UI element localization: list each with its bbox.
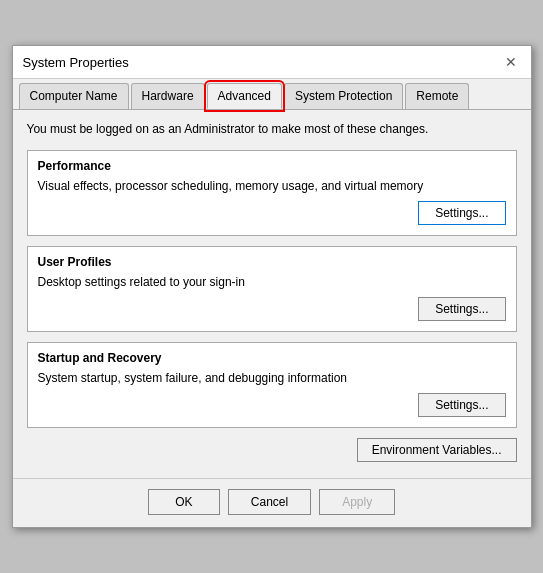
user-profiles-title: User Profiles <box>38 255 506 269</box>
tab-advanced[interactable]: Advanced <box>207 83 282 109</box>
startup-recovery-settings-button[interactable]: Settings... <box>418 393 505 417</box>
window-title: System Properties <box>23 55 129 70</box>
performance-settings-button[interactable]: Settings... <box>418 201 505 225</box>
startup-recovery-title: Startup and Recovery <box>38 351 506 365</box>
tab-computer-name[interactable]: Computer Name <box>19 83 129 109</box>
bottom-buttons: OK Cancel Apply <box>13 478 531 527</box>
system-properties-window: System Properties ✕ Computer Name Hardwa… <box>12 45 532 528</box>
performance-title: Performance <box>38 159 506 173</box>
env-variables-row: Environment Variables... <box>27 438 517 462</box>
performance-desc: Visual effects, processor scheduling, me… <box>38 179 506 193</box>
user-profiles-desc: Desktop settings related to your sign-in <box>38 275 506 289</box>
tab-bar: Computer Name Hardware Advanced System P… <box>13 79 531 110</box>
title-bar: System Properties ✕ <box>13 46 531 79</box>
apply-button[interactable]: Apply <box>319 489 395 515</box>
performance-section: Performance Visual effects, processor sc… <box>27 150 517 236</box>
performance-actions: Settings... <box>38 201 506 225</box>
startup-recovery-section: Startup and Recovery System startup, sys… <box>27 342 517 428</box>
startup-recovery-desc: System startup, system failure, and debu… <box>38 371 506 385</box>
tab-content: You must be logged on as an Administrato… <box>13 110 531 478</box>
tab-system-protection[interactable]: System Protection <box>284 83 403 109</box>
user-profiles-settings-button[interactable]: Settings... <box>418 297 505 321</box>
ok-button[interactable]: OK <box>148 489 220 515</box>
warning-text: You must be logged on as an Administrato… <box>27 122 517 136</box>
close-button[interactable]: ✕ <box>501 52 521 72</box>
startup-recovery-actions: Settings... <box>38 393 506 417</box>
env-variables-button[interactable]: Environment Variables... <box>357 438 517 462</box>
user-profiles-actions: Settings... <box>38 297 506 321</box>
tab-hardware[interactable]: Hardware <box>131 83 205 109</box>
tab-remote[interactable]: Remote <box>405 83 469 109</box>
user-profiles-section: User Profiles Desktop settings related t… <box>27 246 517 332</box>
cancel-button[interactable]: Cancel <box>228 489 311 515</box>
